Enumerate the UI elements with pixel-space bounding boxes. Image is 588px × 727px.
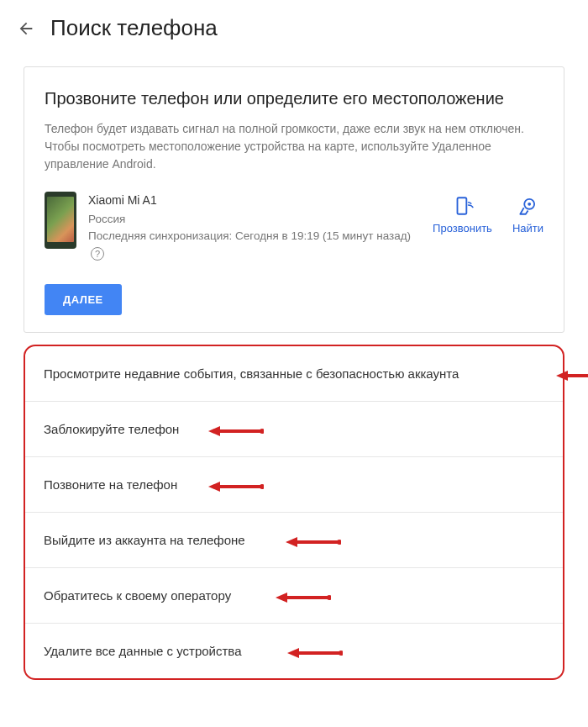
svg-marker-7 bbox=[208, 426, 220, 436]
ring-button[interactable]: Прозвонить bbox=[433, 195, 492, 234]
svg-point-8 bbox=[260, 429, 264, 434]
option-label: Выйдите из аккаунта на телефоне bbox=[44, 533, 245, 547]
section-description: Телефон будет издавать сигнал на полной … bbox=[45, 120, 543, 173]
svg-rect-0 bbox=[457, 198, 466, 214]
find-button[interactable]: Найти bbox=[512, 195, 543, 234]
svg-marker-13 bbox=[286, 537, 297, 547]
find-label: Найти bbox=[512, 222, 543, 234]
svg-point-20 bbox=[339, 651, 343, 656]
option-erase-data[interactable]: Удалите все данные с устройства bbox=[25, 623, 563, 678]
svg-point-17 bbox=[327, 595, 331, 600]
device-location: Россия bbox=[88, 211, 421, 228]
option-security-events[interactable]: Просмотрите недавние события, связанные … bbox=[25, 346, 563, 401]
next-button[interactable]: ДАЛЕЕ bbox=[45, 284, 122, 315]
svg-marker-4 bbox=[556, 371, 568, 381]
svg-point-11 bbox=[260, 484, 264, 489]
annotation-arrow-icon bbox=[208, 425, 264, 437]
page-title: Поиск телефона bbox=[50, 15, 218, 41]
option-lock-phone[interactable]: Заблокируйте телефон bbox=[25, 401, 563, 456]
svg-marker-16 bbox=[276, 593, 287, 603]
svg-marker-19 bbox=[287, 648, 299, 658]
svg-point-2 bbox=[528, 203, 532, 206]
device-name: Xiaomi Mi A1 bbox=[88, 192, 421, 209]
svg-point-14 bbox=[337, 540, 341, 545]
svg-marker-10 bbox=[208, 482, 220, 492]
device-actions: Прозвонить Найти bbox=[433, 192, 543, 234]
section-title: Прозвоните телефон или определите его ме… bbox=[45, 89, 543, 108]
annotation-arrow-icon bbox=[556, 370, 588, 382]
annotation-arrow-icon bbox=[286, 536, 341, 548]
phone-ring-icon bbox=[452, 195, 474, 217]
location-icon bbox=[517, 195, 538, 217]
annotation-arrow-icon bbox=[276, 592, 331, 603]
annotation-arrow-icon bbox=[287, 647, 343, 659]
option-label: Позвоните на телефон bbox=[44, 477, 177, 492]
ring-label: Прозвонить bbox=[433, 222, 492, 234]
device-row: Xiaomi Mi A1 Россия Последняя синхрониза… bbox=[45, 192, 543, 262]
header: Поиск телефона bbox=[0, 0, 588, 51]
option-label: Удалите все данные с устройства bbox=[44, 644, 242, 658]
option-call-phone[interactable]: Позвоните на телефон bbox=[25, 456, 563, 512]
option-label: Заблокируйте телефон bbox=[44, 422, 179, 436]
device-sync: Последняя синхронизация: Сегодня в 19:19… bbox=[88, 228, 421, 262]
option-contact-carrier[interactable]: Обратитесь к своему оператору bbox=[25, 567, 563, 623]
help-icon[interactable]: ? bbox=[91, 247, 104, 261]
option-label: Обратитесь к своему оператору bbox=[44, 588, 231, 603]
back-arrow-icon[interactable] bbox=[17, 19, 35, 38]
annotation-arrow-icon bbox=[208, 481, 264, 493]
options-block: Просмотрите недавние события, связанные … bbox=[24, 345, 564, 680]
option-label: Просмотрите недавние события, связанные … bbox=[44, 366, 459, 381]
option-sign-out[interactable]: Выйдите из аккаунта на телефоне bbox=[25, 512, 563, 567]
main-card: Прозвоните телефон или определите его ме… bbox=[24, 66, 564, 333]
phone-thumbnail bbox=[45, 192, 76, 249]
device-info: Xiaomi Mi A1 Россия Последняя синхрониза… bbox=[88, 192, 421, 262]
